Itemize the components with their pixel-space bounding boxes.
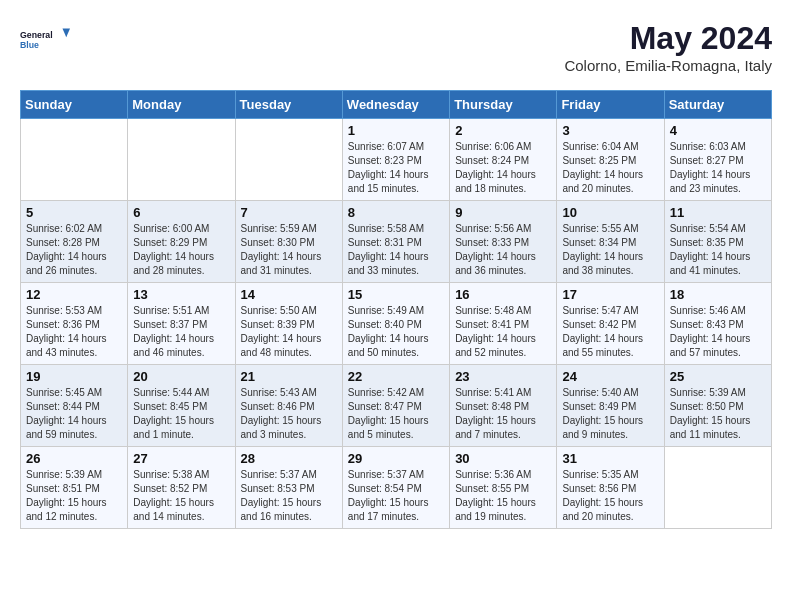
day-number: 11: [670, 205, 766, 220]
day-info: Sunrise: 5:39 AM Sunset: 8:51 PM Dayligh…: [26, 468, 122, 524]
day-info: Sunrise: 5:58 AM Sunset: 8:31 PM Dayligh…: [348, 222, 444, 278]
logo-svg: General Blue: [20, 20, 70, 58]
calendar-day: [21, 119, 128, 201]
calendar-day: 11Sunrise: 5:54 AM Sunset: 8:35 PM Dayli…: [664, 201, 771, 283]
calendar-header: Sunday Monday Tuesday Wednesday Thursday…: [21, 91, 772, 119]
day-info: Sunrise: 6:04 AM Sunset: 8:25 PM Dayligh…: [562, 140, 658, 196]
calendar-day: 2Sunrise: 6:06 AM Sunset: 8:24 PM Daylig…: [450, 119, 557, 201]
logo: General Blue: [20, 20, 70, 58]
calendar-day: 18Sunrise: 5:46 AM Sunset: 8:43 PM Dayli…: [664, 283, 771, 365]
day-info: Sunrise: 5:36 AM Sunset: 8:55 PM Dayligh…: [455, 468, 551, 524]
calendar-table: Sunday Monday Tuesday Wednesday Thursday…: [20, 90, 772, 529]
calendar-week-3: 12Sunrise: 5:53 AM Sunset: 8:36 PM Dayli…: [21, 283, 772, 365]
calendar-day: [128, 119, 235, 201]
calendar-week-4: 19Sunrise: 5:45 AM Sunset: 8:44 PM Dayli…: [21, 365, 772, 447]
day-number: 4: [670, 123, 766, 138]
calendar-body: 1Sunrise: 6:07 AM Sunset: 8:23 PM Daylig…: [21, 119, 772, 529]
day-number: 13: [133, 287, 229, 302]
day-info: Sunrise: 5:37 AM Sunset: 8:54 PM Dayligh…: [348, 468, 444, 524]
day-number: 19: [26, 369, 122, 384]
calendar-day: 14Sunrise: 5:50 AM Sunset: 8:39 PM Dayli…: [235, 283, 342, 365]
calendar-day: 30Sunrise: 5:36 AM Sunset: 8:55 PM Dayli…: [450, 447, 557, 529]
day-info: Sunrise: 5:54 AM Sunset: 8:35 PM Dayligh…: [670, 222, 766, 278]
calendar-week-2: 5Sunrise: 6:02 AM Sunset: 8:28 PM Daylig…: [21, 201, 772, 283]
day-info: Sunrise: 5:43 AM Sunset: 8:46 PM Dayligh…: [241, 386, 337, 442]
calendar-day: 13Sunrise: 5:51 AM Sunset: 8:37 PM Dayli…: [128, 283, 235, 365]
location-title: Colorno, Emilia-Romagna, Italy: [564, 57, 772, 74]
calendar-day: 28Sunrise: 5:37 AM Sunset: 8:53 PM Dayli…: [235, 447, 342, 529]
day-info: Sunrise: 5:50 AM Sunset: 8:39 PM Dayligh…: [241, 304, 337, 360]
day-number: 8: [348, 205, 444, 220]
calendar-day: 21Sunrise: 5:43 AM Sunset: 8:46 PM Dayli…: [235, 365, 342, 447]
day-number: 26: [26, 451, 122, 466]
svg-text:Blue: Blue: [20, 40, 39, 50]
day-number: 6: [133, 205, 229, 220]
header-monday: Monday: [128, 91, 235, 119]
calendar-day: 27Sunrise: 5:38 AM Sunset: 8:52 PM Dayli…: [128, 447, 235, 529]
calendar-day: 4Sunrise: 6:03 AM Sunset: 8:27 PM Daylig…: [664, 119, 771, 201]
calendar-day: 1Sunrise: 6:07 AM Sunset: 8:23 PM Daylig…: [342, 119, 449, 201]
day-info: Sunrise: 5:40 AM Sunset: 8:49 PM Dayligh…: [562, 386, 658, 442]
header-saturday: Saturday: [664, 91, 771, 119]
header-friday: Friday: [557, 91, 664, 119]
day-number: 16: [455, 287, 551, 302]
calendar-day: [664, 447, 771, 529]
day-info: Sunrise: 5:41 AM Sunset: 8:48 PM Dayligh…: [455, 386, 551, 442]
header-tuesday: Tuesday: [235, 91, 342, 119]
day-info: Sunrise: 6:00 AM Sunset: 8:29 PM Dayligh…: [133, 222, 229, 278]
day-number: 20: [133, 369, 229, 384]
day-info: Sunrise: 5:35 AM Sunset: 8:56 PM Dayligh…: [562, 468, 658, 524]
svg-marker-2: [63, 28, 71, 37]
day-number: 5: [26, 205, 122, 220]
day-info: Sunrise: 5:46 AM Sunset: 8:43 PM Dayligh…: [670, 304, 766, 360]
page-header: General Blue May 2024 Colorno, Emilia-Ro…: [20, 20, 772, 74]
day-number: 28: [241, 451, 337, 466]
day-number: 2: [455, 123, 551, 138]
day-number: 1: [348, 123, 444, 138]
day-info: Sunrise: 5:56 AM Sunset: 8:33 PM Dayligh…: [455, 222, 551, 278]
calendar-day: 19Sunrise: 5:45 AM Sunset: 8:44 PM Dayli…: [21, 365, 128, 447]
calendar-week-5: 26Sunrise: 5:39 AM Sunset: 8:51 PM Dayli…: [21, 447, 772, 529]
calendar-day: 10Sunrise: 5:55 AM Sunset: 8:34 PM Dayli…: [557, 201, 664, 283]
day-number: 9: [455, 205, 551, 220]
calendar-day: 8Sunrise: 5:58 AM Sunset: 8:31 PM Daylig…: [342, 201, 449, 283]
day-number: 17: [562, 287, 658, 302]
calendar-day: [235, 119, 342, 201]
day-info: Sunrise: 5:38 AM Sunset: 8:52 PM Dayligh…: [133, 468, 229, 524]
day-number: 21: [241, 369, 337, 384]
day-number: 30: [455, 451, 551, 466]
day-info: Sunrise: 5:53 AM Sunset: 8:36 PM Dayligh…: [26, 304, 122, 360]
svg-text:General: General: [20, 30, 53, 40]
day-info: Sunrise: 5:59 AM Sunset: 8:30 PM Dayligh…: [241, 222, 337, 278]
header-thursday: Thursday: [450, 91, 557, 119]
day-info: Sunrise: 5:49 AM Sunset: 8:40 PM Dayligh…: [348, 304, 444, 360]
day-info: Sunrise: 6:07 AM Sunset: 8:23 PM Dayligh…: [348, 140, 444, 196]
calendar-day: 17Sunrise: 5:47 AM Sunset: 8:42 PM Dayli…: [557, 283, 664, 365]
day-number: 31: [562, 451, 658, 466]
day-info: Sunrise: 6:02 AM Sunset: 8:28 PM Dayligh…: [26, 222, 122, 278]
calendar-day: 23Sunrise: 5:41 AM Sunset: 8:48 PM Dayli…: [450, 365, 557, 447]
title-block: May 2024 Colorno, Emilia-Romagna, Italy: [564, 20, 772, 74]
header-wednesday: Wednesday: [342, 91, 449, 119]
calendar-day: 9Sunrise: 5:56 AM Sunset: 8:33 PM Daylig…: [450, 201, 557, 283]
calendar-day: 5Sunrise: 6:02 AM Sunset: 8:28 PM Daylig…: [21, 201, 128, 283]
day-info: Sunrise: 5:45 AM Sunset: 8:44 PM Dayligh…: [26, 386, 122, 442]
day-number: 10: [562, 205, 658, 220]
day-info: Sunrise: 5:37 AM Sunset: 8:53 PM Dayligh…: [241, 468, 337, 524]
day-number: 22: [348, 369, 444, 384]
day-info: Sunrise: 5:47 AM Sunset: 8:42 PM Dayligh…: [562, 304, 658, 360]
day-number: 27: [133, 451, 229, 466]
header-row: Sunday Monday Tuesday Wednesday Thursday…: [21, 91, 772, 119]
day-number: 12: [26, 287, 122, 302]
calendar-day: 29Sunrise: 5:37 AM Sunset: 8:54 PM Dayli…: [342, 447, 449, 529]
calendar-day: 15Sunrise: 5:49 AM Sunset: 8:40 PM Dayli…: [342, 283, 449, 365]
day-info: Sunrise: 5:42 AM Sunset: 8:47 PM Dayligh…: [348, 386, 444, 442]
day-info: Sunrise: 5:39 AM Sunset: 8:50 PM Dayligh…: [670, 386, 766, 442]
day-number: 14: [241, 287, 337, 302]
day-number: 7: [241, 205, 337, 220]
calendar-day: 26Sunrise: 5:39 AM Sunset: 8:51 PM Dayli…: [21, 447, 128, 529]
month-title: May 2024: [564, 20, 772, 57]
day-number: 23: [455, 369, 551, 384]
day-info: Sunrise: 6:06 AM Sunset: 8:24 PM Dayligh…: [455, 140, 551, 196]
calendar-day: 7Sunrise: 5:59 AM Sunset: 8:30 PM Daylig…: [235, 201, 342, 283]
